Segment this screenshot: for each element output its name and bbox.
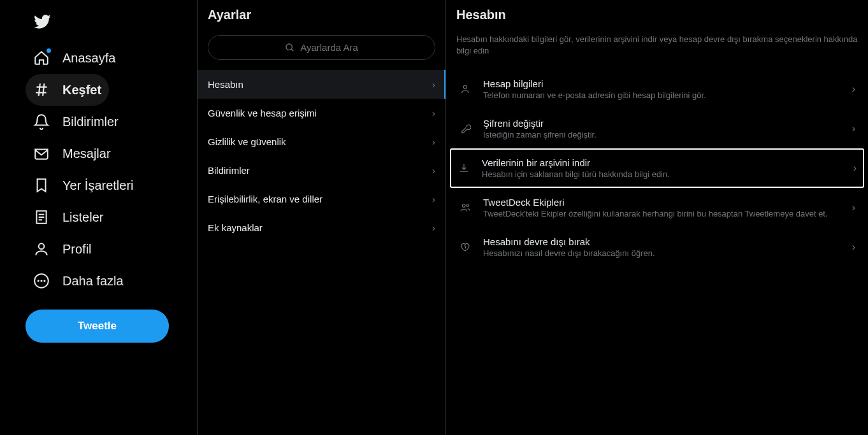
settings-item-label: Ek kaynaklar (208, 222, 263, 233)
settings-item-security[interactable]: Güvenlik ve hesap erişimi › (198, 99, 445, 127)
detail-item-sub: İstediğin zaman şifreni değiştir. (483, 130, 841, 139)
list-icon (33, 209, 50, 225)
detail-item-account-info[interactable]: Hesap bilgileri Telefon numaran ve e-pos… (456, 69, 858, 109)
svg-point-1 (38, 280, 40, 282)
svg-point-3 (43, 280, 45, 282)
detail-item-title: Şifreni değiştir (483, 118, 841, 129)
detail-item-sub: TweetDeck'teki Ekipler özelliğini kullan… (483, 209, 841, 218)
tweet-button[interactable]: Tweetle (25, 310, 169, 343)
chevron-right-icon: › (432, 222, 435, 233)
chevron-right-icon: › (852, 83, 855, 95)
settings-item-resources[interactable]: Ek kaynaklar › (198, 213, 445, 242)
detail-title: Hesabın (456, 8, 858, 22)
nav-label: Anasayfa (62, 51, 115, 66)
settings-item-accessibility[interactable]: Erişilebilirlik, ekran ve diller › (198, 185, 445, 213)
nav-lists[interactable]: Listeler (25, 201, 111, 233)
detail-item-sub: Hesabın için saklanan bilgi türü hakkınd… (482, 169, 842, 179)
settings-item-privacy[interactable]: Gizlilik ve güvenlik › (198, 127, 445, 156)
nav-notifications[interactable]: Bildirimler (25, 106, 126, 138)
nav-label: Mesajlar (62, 146, 111, 161)
nav-explore[interactable]: Keşfet (25, 74, 109, 106)
nav-home[interactable]: Anasayfa (25, 42, 123, 74)
settings-item-notifications[interactable]: Bildirimler › (198, 156, 445, 185)
settings-item-label: Gizlilik ve güvenlik (208, 136, 286, 147)
nav-profile[interactable]: Profil (25, 233, 99, 265)
detail-item-title: Hesap bilgileri (483, 78, 841, 89)
twitter-logo[interactable] (25, 5, 189, 41)
detail-item-tweetdeck-teams[interactable]: TweetDeck Ekipleri TweetDeck'teki Ekiple… (456, 188, 858, 227)
chevron-right-icon: › (853, 162, 857, 174)
bookmark-icon (33, 177, 50, 194)
notification-dot (47, 48, 51, 53)
home-icon (33, 50, 50, 66)
svg-point-2 (40, 280, 42, 282)
search-icon (285, 43, 295, 53)
download-icon (458, 162, 470, 175)
chevron-right-icon: › (852, 241, 855, 253)
hash-icon (33, 82, 50, 98)
detail-item-title: Hesabını devre dışı bırak (483, 236, 841, 247)
nav-label: Bildirimler (62, 115, 119, 129)
nav-bookmarks[interactable]: Yer İşaretleri (25, 169, 141, 201)
twitter-bird-icon (33, 13, 51, 31)
profile-icon (33, 241, 50, 257)
bell-icon (33, 113, 50, 130)
settings-item-label: Bildirimler (208, 165, 250, 176)
team-icon (459, 201, 472, 214)
settings-item-account[interactable]: Hesabın › (198, 70, 445, 99)
nav-messages[interactable]: Mesajlar (25, 138, 119, 169)
settings-column: Ayarlar Ayarlarda Ara Hesabın › Güvenlik… (198, 0, 446, 435)
settings-search[interactable]: Ayarlarda Ara (208, 35, 435, 60)
nav-label: Keşfet (62, 83, 101, 97)
detail-item-change-password[interactable]: Şifreni değiştir İstediğin zaman şifreni… (456, 109, 858, 148)
settings-title: Ayarlar (198, 8, 445, 32)
more-icon (33, 273, 50, 289)
settings-item-label: Hesabın (208, 79, 243, 90)
chevron-right-icon: › (432, 136, 435, 147)
detail-column: Hesabın Hesabın hakkındaki bilgileri gör… (446, 0, 868, 435)
nav-label: Profil (62, 242, 92, 257)
detail-item-sub: Hesabınızı nasıl devre dışı bırakacağını… (483, 248, 841, 258)
chevron-right-icon: › (432, 108, 435, 118)
nav-label: Daha fazla (62, 274, 124, 289)
mail-icon (33, 145, 50, 162)
settings-item-label: Güvenlik ve hesap erişimi (208, 108, 317, 118)
heartbreak-icon (459, 241, 472, 253)
nav-label: Yer İşaretleri (62, 178, 134, 193)
chevron-right-icon: › (852, 202, 855, 213)
main-sidebar: Anasayfa Keşfet Bildirimler Mesajlar Yer… (0, 0, 198, 435)
svg-point-4 (286, 44, 292, 50)
settings-item-label: Erişilebilirlik, ekran ve diller (208, 194, 322, 204)
search-placeholder: Ayarlarda Ara (300, 42, 358, 53)
chevron-right-icon: › (432, 194, 435, 204)
person-icon (459, 83, 472, 96)
key-icon (459, 122, 472, 135)
detail-item-title: Verilerinin bir arşivini indir (482, 157, 842, 168)
nav-more[interactable]: Daha fazla (25, 265, 131, 297)
detail-description: Hesabın hakkındaki bilgileri gör, verile… (456, 34, 858, 57)
settings-search-wrap: Ayarlarda Ara (198, 32, 445, 70)
detail-item-title: TweetDeck Ekipleri (483, 197, 841, 208)
chevron-right-icon: › (432, 165, 435, 176)
detail-item-sub: Telefon numaran ve e-posta adresin gibi … (483, 90, 841, 100)
chevron-right-icon: › (852, 123, 855, 134)
detail-item-download-archive[interactable]: Verilerinin bir arşivini indir Hesabın i… (450, 148, 864, 188)
detail-item-deactivate[interactable]: Hesabını devre dışı bırak Hesabınızı nas… (456, 227, 858, 267)
chevron-right-icon: › (432, 79, 435, 90)
nav-label: Listeler (62, 210, 103, 225)
